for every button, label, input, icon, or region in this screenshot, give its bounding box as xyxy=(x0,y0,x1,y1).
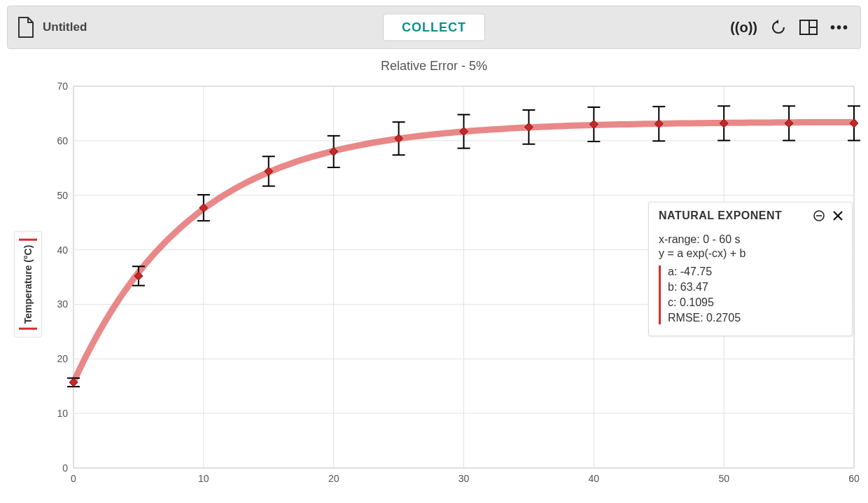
fit-rmse: RMSE: 0.2705 xyxy=(668,312,842,324)
series-color-swatch xyxy=(19,238,37,240)
file-icon xyxy=(18,17,34,38)
chart-area: Temperature (°C) 01020304050607001020304… xyxy=(7,79,861,489)
more-icon[interactable]: ••• xyxy=(830,20,849,36)
svg-text:20: 20 xyxy=(328,473,340,484)
svg-text:40: 40 xyxy=(57,244,68,256)
fit-param-b: b: 63.47 xyxy=(668,281,842,294)
close-icon[interactable] xyxy=(832,210,844,221)
svg-text:20: 20 xyxy=(57,353,68,364)
fit-panel[interactable]: NATURAL EXPONENT x-range: 0 - 60 s y = a… xyxy=(648,202,853,336)
y-axis-label: Temperature (°C) xyxy=(22,244,34,324)
svg-text:0: 0 xyxy=(62,462,68,474)
fit-xrange: x-range: 0 - 60 s xyxy=(659,233,842,246)
fit-params: a: -47.75 b: 63.47 c: 0.1095 RMSE: 0.270… xyxy=(659,266,842,324)
svg-text:40: 40 xyxy=(589,473,600,484)
svg-text:60: 60 xyxy=(57,135,68,146)
svg-text:10: 10 xyxy=(57,408,68,419)
svg-text:30: 30 xyxy=(458,473,470,484)
fit-panel-header[interactable]: NATURAL EXPONENT xyxy=(649,202,852,228)
y-axis-label-box[interactable]: Temperature (°C) xyxy=(14,230,42,338)
fit-panel-title: NATURAL EXPONENT xyxy=(659,209,782,222)
minimize-icon[interactable] xyxy=(813,209,825,222)
fit-equation: y = a exp(-cx) + b xyxy=(659,247,842,260)
file-group[interactable]: Untitled xyxy=(8,17,87,38)
sensor-icon[interactable]: ((o)) xyxy=(730,20,757,36)
fit-panel-body: x-range: 0 - 60 s y = a exp(-cx) + b a: … xyxy=(649,228,852,336)
series-color-swatch xyxy=(19,328,37,330)
right-tools: ((o)) ••• xyxy=(730,19,860,36)
svg-text:10: 10 xyxy=(198,473,209,484)
collect-button[interactable]: COLLECT xyxy=(383,14,485,41)
svg-text:50: 50 xyxy=(57,190,68,201)
svg-text:30: 30 xyxy=(57,298,68,310)
layout-icon[interactable] xyxy=(799,19,818,36)
file-title: Untitled xyxy=(43,20,87,34)
chart-title: Relative Error - 5% xyxy=(0,59,868,74)
refresh-icon[interactable] xyxy=(770,19,787,36)
toolbar: Untitled COLLECT ((o)) ••• xyxy=(7,6,861,49)
svg-text:60: 60 xyxy=(848,473,860,484)
svg-text:0: 0 xyxy=(71,473,76,484)
fit-param-a: a: -47.75 xyxy=(668,266,842,278)
svg-text:50: 50 xyxy=(718,473,729,484)
svg-text:70: 70 xyxy=(57,81,68,92)
fit-param-c: c: 0.1095 xyxy=(668,296,842,309)
